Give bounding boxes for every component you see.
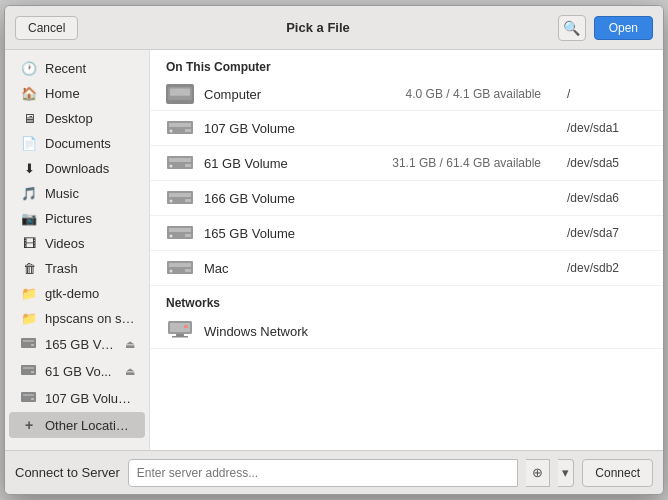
other-locations-icon: +: [21, 417, 37, 433]
sidebar-label-107gb: 107 GB Volume: [45, 391, 135, 406]
sidebar-label-other-locations: Other Locations: [45, 418, 135, 433]
svg-rect-27: [185, 234, 191, 237]
cancel-button[interactable]: Cancel: [15, 16, 78, 40]
sidebar-item-other-locations[interactable]: + Other Locations: [9, 412, 145, 438]
sidebar-item-recent[interactable]: 🕐 Recent: [9, 56, 145, 81]
mac-path: /dev/sdb2: [567, 261, 647, 275]
sidebar-label-documents: Documents: [45, 136, 111, 151]
sidebar-label-61gb: 61 GB Vo...: [45, 364, 112, 379]
sidebar-item-pictures[interactable]: 📷 Pictures: [9, 206, 145, 231]
sidebar-label-hpscans: hpscans on sk...: [45, 311, 135, 326]
svg-rect-12: [172, 102, 188, 103]
connect-button[interactable]: Connect: [582, 459, 653, 487]
sidebar-label-recent: Recent: [45, 61, 86, 76]
svg-rect-5: [31, 371, 34, 373]
sidebar-item-videos[interactable]: 🎞 Videos: [9, 231, 145, 256]
svg-rect-3: [21, 365, 36, 375]
svg-rect-8: [31, 398, 34, 400]
sidebar-label-165gb: 165 GB Volume: [45, 337, 117, 352]
sidebar-item-hpscans[interactable]: 📁 hpscans on sk...: [9, 306, 145, 331]
on-this-computer-title: On This Computer: [150, 50, 663, 78]
videos-icon: 🎞: [21, 236, 37, 251]
sidebar-item-107gb[interactable]: 107 GB Volume: [9, 385, 145, 412]
header: Cancel Pick a File 🔍 Open: [5, 6, 663, 50]
computer-name: Computer: [204, 87, 324, 102]
svg-rect-10: [170, 89, 190, 96]
165gb-disk-icon: [166, 222, 194, 244]
computer-meta: 4.0 GB / 4.1 GB available: [334, 87, 541, 101]
file-row-166gb[interactable]: 166 GB Volume /dev/sda6: [150, 181, 663, 216]
eject-165gb-icon[interactable]: ⏏: [125, 338, 135, 351]
dialog-title: Pick a File: [86, 20, 549, 35]
svg-rect-0: [21, 338, 36, 348]
sidebar-item-gtk-demo[interactable]: 📁 gtk-demo: [9, 281, 145, 306]
sidebar-item-home[interactable]: 🏠 Home: [9, 81, 145, 106]
search-icon: 🔍: [563, 20, 580, 36]
sidebar-label-home: Home: [45, 86, 80, 101]
hpscans-icon: 📁: [21, 311, 37, 326]
166gb-disk-icon: [166, 187, 194, 209]
166gb-path: /dev/sda6: [567, 191, 647, 205]
footer: Connect to Server ⊕ ▾ Connect: [5, 450, 663, 494]
server-address-input[interactable]: [128, 459, 519, 487]
pictures-icon: 📷: [21, 211, 37, 226]
windows-network-icon: [166, 320, 194, 342]
sidebar-label-downloads: Downloads: [45, 161, 109, 176]
home-icon: 🏠: [21, 86, 37, 101]
open-button[interactable]: Open: [594, 16, 653, 40]
sidebar-item-music[interactable]: 🎵 Music: [9, 181, 145, 206]
svg-rect-26: [169, 228, 191, 232]
107gb-path: /dev/sda1: [567, 121, 647, 135]
eject-61gb-icon[interactable]: ⏏: [125, 365, 135, 378]
connect-to-server-label: Connect to Server: [15, 465, 120, 480]
sidebar-label-videos: Videos: [45, 236, 85, 251]
file-row-107gb[interactable]: 107 GB Volume /dev/sda1: [150, 111, 663, 146]
desktop-icon: 🖥: [21, 111, 37, 126]
computer-disk-icon: [166, 84, 194, 104]
107gb-icon: [21, 390, 37, 407]
sidebar-label-trash: Trash: [45, 261, 78, 276]
svg-point-28: [170, 235, 173, 238]
svg-rect-19: [185, 164, 191, 167]
file-row-windows-network[interactable]: Windows Network: [150, 314, 663, 349]
gtk-demo-icon: 📁: [21, 286, 37, 301]
61gb-icon: [21, 363, 37, 380]
svg-rect-37: [184, 325, 188, 328]
svg-point-16: [170, 130, 173, 133]
61gb-disk-icon: [166, 152, 194, 174]
svg-rect-30: [169, 263, 191, 267]
61gb-meta: 31.1 GB / 61.4 GB available: [334, 156, 541, 170]
sidebar-item-downloads[interactable]: ⬇ Downloads: [9, 156, 145, 181]
107gb-disk-icon: [166, 117, 194, 139]
search-button[interactable]: 🔍: [558, 15, 586, 41]
sidebar-label-music: Music: [45, 186, 79, 201]
svg-rect-23: [185, 199, 191, 202]
music-icon: 🎵: [21, 186, 37, 201]
svg-rect-36: [172, 336, 188, 338]
svg-rect-11: [175, 100, 186, 102]
file-row-computer[interactable]: Computer 4.0 GB / 4.1 GB available /: [150, 78, 663, 111]
documents-icon: 📄: [21, 136, 37, 151]
body: 🕐 Recent 🏠 Home 🖥 Desktop 📄 Documents ⬇ …: [5, 50, 663, 450]
svg-point-24: [170, 200, 173, 203]
mac-name: Mac: [204, 261, 324, 276]
computer-path: /: [567, 87, 647, 101]
sidebar-item-165gb[interactable]: 165 GB Volume ⏏: [9, 331, 145, 358]
165gb-name: 165 GB Volume: [204, 226, 324, 241]
file-row-61gb[interactable]: 61 GB Volume 31.1 GB / 61.4 GB available…: [150, 146, 663, 181]
file-row-165gb[interactable]: 165 GB Volume /dev/sda7: [150, 216, 663, 251]
sidebar-item-61gb[interactable]: 61 GB Vo... ⏏: [9, 358, 145, 385]
sidebar-item-trash[interactable]: 🗑 Trash: [9, 256, 145, 281]
server-dropdown-button[interactable]: ▾: [558, 459, 574, 487]
svg-rect-31: [185, 269, 191, 272]
sidebar-item-desktop[interactable]: 🖥 Desktop: [9, 106, 145, 131]
sidebar-item-documents[interactable]: 📄 Documents: [9, 131, 145, 156]
server-bookmark-button[interactable]: ⊕: [526, 459, 550, 487]
trash-icon: 🗑: [21, 261, 37, 276]
dropdown-icon: ▾: [562, 465, 569, 480]
bookmark-icon: ⊕: [532, 465, 543, 480]
svg-rect-7: [23, 394, 34, 396]
file-row-mac[interactable]: Mac /dev/sdb2: [150, 251, 663, 286]
windows-network-name: Windows Network: [204, 324, 324, 339]
sidebar-label-gtk-demo: gtk-demo: [45, 286, 99, 301]
